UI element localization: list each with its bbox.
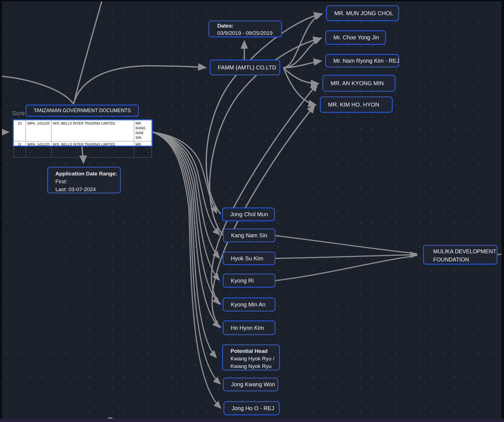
ref-cell: WPA. 1412/20 (26, 120, 51, 141)
ref-cell: WPA. 1411/20 (26, 141, 51, 157)
canvas[interactable]: Scre Dates: 03/9/2019 - 09/25/2019 FAMM … (0, 0, 504, 422)
node-jong-chol-mun[interactable]: Jong Chol Mun (222, 207, 275, 221)
node-tanzanian-government-documents[interactable]: TANZANIAN GOVERNMENT DOCUMENTS (26, 105, 139, 117)
choe-yong-jin-label: Mr. Choe Yong Jin (333, 34, 379, 41)
row-number-cell: 11 (14, 141, 26, 157)
kyong-min-an-label: Kyong Min An (231, 301, 265, 308)
app-range-last: Last: 03-07-2024 (55, 186, 120, 193)
node-dates[interactable]: Dates: 03/9/2019 - 09/25/2019 (208, 21, 282, 37)
window-frame-left (0, 0, 2, 422)
potential-head-name-1: Kwang Hyok Ryu / (230, 355, 279, 362)
node-nam-ryong-kim[interactable]: Mr. Nam Ryong Kim - REJ (325, 54, 399, 67)
window-frame-right (501, 0, 504, 422)
tanzanian-label: TANZANIAN GOVERNMENT DOCUMENTS (34, 108, 131, 114)
window-frame-top (0, 0, 504, 1)
dates-title: Dates: (217, 22, 281, 30)
node-kyong-min-an[interactable]: Kyong Min An (223, 297, 275, 312)
node-potential-head[interactable]: Potential Head Kwang Hyok Ryu / Kwang Ny… (222, 344, 280, 371)
mun-jong-chol-label: MR. MUN JONG CHOL (334, 10, 393, 17)
nam-ryong-kim-label: Mr. Nam Ryong Kim - REJ (333, 58, 399, 64)
ho-hyon-kim-label: Ho Hyon Kim (231, 325, 264, 331)
node-hyok-su-kim[interactable]: Hyok Su Kim (223, 252, 275, 265)
an-kyong-min-label: MR. AN KYONG MIN (331, 80, 384, 87)
node-mun-jong-chol[interactable]: MR. MUN JONG CHOL (326, 5, 399, 21)
edge-famm-to-an-kyong-min (284, 68, 318, 84)
window-frame-bottom (0, 419, 504, 422)
node-jong-ho-o[interactable]: Jong Ho O - REJ (223, 401, 280, 415)
node-choe-yong-jin[interactable]: Mr. Choe Yong Jin (325, 30, 386, 45)
edge-kang-nam-sin-to-mulika (275, 236, 417, 254)
node-famm[interactable]: FAMM (AMTL) CO.LTD (210, 60, 280, 75)
node-kang-nam-sin[interactable]: Kang Nam Sin (223, 229, 275, 242)
company-cell: M/S. BELLS INTER TRADING LIMITED (51, 120, 134, 141)
mulika-line-1: MULIKA DEVELOPMENT (433, 247, 497, 256)
kang-nam-sin-label: Kang Nam Sin (231, 232, 267, 239)
node-application-date-range[interactable]: Application Date Range: First: Last: 03-… (47, 167, 121, 193)
background-text-scre: Scre (12, 110, 25, 117)
node-ho-hyon-kim[interactable]: Ho Hyon Kim (223, 321, 275, 335)
node-mulika-development-foundation[interactable]: MULIKA DEVELOPMENT FOUNDATION (423, 245, 498, 265)
famm-label: FAMM (AMTL) CO.LTD (218, 64, 276, 71)
edge-kyong-min-an-to-an-kyong-min (211, 84, 317, 304)
edge-offscreen-left-to-tanzanian (1, 76, 73, 103)
jong-chol-mun-label: Jong Chol Mun (230, 211, 268, 218)
node-document-table[interactable]: 10 WPA. 1412/20 M/S. BELLS INTER TRADING… (13, 119, 153, 146)
jong-kwang-won-label: Jong Kwang Won (231, 381, 275, 388)
edge-kyong-ri-to-mulika (275, 256, 417, 281)
edge-hyok-su-kim-to-mulika (275, 255, 417, 258)
edge-famm-to-choe-yong-jin (284, 38, 321, 68)
edge-tanzanian-to-famm (74, 66, 205, 103)
edge-table-to-kyong-ri (153, 132, 219, 280)
node-kyong-ri[interactable]: Kyong Ri (223, 274, 275, 288)
table-row: 10 WPA. 1412/20 M/S. BELLS INTER TRADING… (14, 120, 152, 141)
potential-head-title: Potential Head (230, 347, 279, 355)
hyok-su-kim-label: Hyok Su Kim (231, 255, 263, 262)
edge-offscreen-top-to-tanzanian (74, 1, 102, 103)
person-cell: MR. KANG NAM SIN (134, 120, 152, 141)
node-an-kyong-min[interactable]: MR. AN KYONG MIN (322, 75, 395, 92)
potential-head-name-2: Kwang Nyok Ryu (230, 362, 279, 370)
company-cell: M/S. BELLS INTER TRADING LIMITED (51, 141, 134, 157)
edge-famm-to-kim-ho-hyon (284, 68, 315, 105)
person-cell: MR. HYOK SU KIM (134, 141, 152, 157)
node-jong-kwang-won[interactable]: Jong Kwang Won (223, 378, 278, 391)
kim-ho-hyon-label: MR. KIM HO. HYON (328, 101, 379, 108)
edge-table-to-jong-kwang-won (153, 132, 220, 383)
app-range-first: First: (55, 178, 120, 186)
mulika-line-2: FOUNDATION (433, 256, 497, 264)
dates-range: 03/9/2019 - 09/25/2019 (217, 30, 281, 37)
kyong-ri-label: Kyong Ri (231, 277, 254, 284)
table-row: 11 WPA. 1411/20 M/S. BELLS INTER TRADING… (14, 141, 152, 157)
row-number-cell: 10 (14, 120, 26, 141)
jong-ho-o-label: Jong Ho O - REJ (232, 405, 274, 412)
app-range-title: Application Date Range: (55, 170, 120, 178)
node-kim-ho-hyon[interactable]: MR. KIM HO. HYON (320, 96, 393, 113)
